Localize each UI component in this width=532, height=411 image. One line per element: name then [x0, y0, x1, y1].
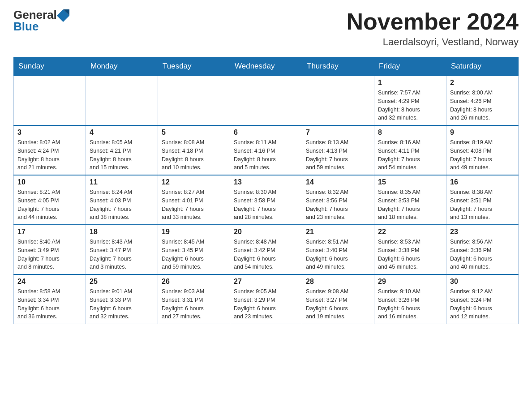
- day-cell: 2Sunrise: 8:00 AM Sunset: 4:26 PM Daylig…: [446, 76, 519, 125]
- day-cell: 13Sunrise: 8:30 AM Sunset: 3:58 PM Dayli…: [230, 175, 302, 225]
- day-cell: 15Sunrise: 8:35 AM Sunset: 3:53 PM Dayli…: [374, 175, 446, 225]
- calendar-table: SundayMondayTuesdayWednesdayThursdayFrid…: [13, 57, 519, 324]
- day-cell: 12Sunrise: 8:27 AM Sunset: 4:01 PM Dayli…: [158, 175, 230, 225]
- day-info: Sunrise: 8:16 AM Sunset: 4:11 PM Dayligh…: [378, 138, 442, 172]
- header-day-thursday: Thursday: [302, 57, 374, 76]
- day-cell: [302, 76, 374, 125]
- day-cell: 17Sunrise: 8:40 AM Sunset: 3:49 PM Dayli…: [14, 225, 86, 274]
- day-cell: 27Sunrise: 9:05 AM Sunset: 3:29 PM Dayli…: [230, 274, 302, 324]
- day-cell: 24Sunrise: 8:58 AM Sunset: 3:34 PM Dayli…: [14, 274, 86, 324]
- day-cell: [230, 76, 302, 125]
- day-info: Sunrise: 8:43 AM Sunset: 3:47 PM Dayligh…: [90, 238, 154, 271]
- day-number: 14: [306, 178, 370, 186]
- day-number: 1: [378, 79, 442, 87]
- day-cell: 10Sunrise: 8:21 AM Sunset: 4:05 PM Dayli…: [14, 175, 86, 225]
- day-cell: 18Sunrise: 8:43 AM Sunset: 3:47 PM Dayli…: [86, 225, 158, 274]
- day-number: 8: [378, 128, 442, 137]
- week-row-2: 3Sunrise: 8:02 AM Sunset: 4:24 PM Daylig…: [14, 125, 519, 175]
- day-info: Sunrise: 9:05 AM Sunset: 3:29 PM Dayligh…: [234, 287, 298, 321]
- day-cell: 29Sunrise: 9:10 AM Sunset: 3:26 PM Dayli…: [374, 274, 446, 324]
- day-number: 24: [17, 278, 82, 286]
- day-cell: 28Sunrise: 9:08 AM Sunset: 3:27 PM Dayli…: [302, 274, 374, 324]
- day-info: Sunrise: 9:10 AM Sunset: 3:26 PM Dayligh…: [378, 287, 442, 321]
- day-number: 25: [90, 278, 154, 286]
- day-number: 18: [90, 228, 154, 236]
- day-number: 30: [450, 278, 515, 286]
- header-day-sunday: Sunday: [14, 57, 86, 76]
- day-number: 11: [90, 178, 154, 186]
- day-info: Sunrise: 8:27 AM Sunset: 4:01 PM Dayligh…: [162, 188, 226, 222]
- day-number: 20: [234, 228, 298, 236]
- day-info: Sunrise: 9:08 AM Sunset: 3:27 PM Dayligh…: [306, 287, 370, 321]
- day-info: Sunrise: 8:51 AM Sunset: 3:40 PM Dayligh…: [306, 238, 370, 271]
- day-info: Sunrise: 8:21 AM Sunset: 4:05 PM Dayligh…: [17, 188, 82, 222]
- day-cell: 1Sunrise: 7:57 AM Sunset: 4:29 PM Daylig…: [374, 76, 446, 125]
- day-number: 5: [162, 128, 226, 137]
- logo-icon: [57, 9, 69, 22]
- day-number: 28: [306, 278, 370, 286]
- day-info: Sunrise: 8:02 AM Sunset: 4:24 PM Dayligh…: [17, 138, 82, 172]
- page-header: General Blue November 2024 Laerdalsoyri,…: [13, 9, 519, 48]
- day-number: 16: [450, 178, 515, 186]
- day-cell: 8Sunrise: 8:16 AM Sunset: 4:11 PM Daylig…: [374, 125, 446, 175]
- day-cell: 14Sunrise: 8:32 AM Sunset: 3:56 PM Dayli…: [302, 175, 374, 225]
- day-number: 3: [17, 128, 82, 137]
- day-number: 29: [378, 278, 442, 286]
- day-info: Sunrise: 8:19 AM Sunset: 4:08 PM Dayligh…: [450, 138, 515, 172]
- day-number: 7: [306, 128, 370, 137]
- day-info: Sunrise: 9:01 AM Sunset: 3:33 PM Dayligh…: [90, 287, 154, 321]
- day-number: 15: [378, 178, 442, 186]
- day-number: 13: [234, 178, 298, 186]
- day-info: Sunrise: 8:53 AM Sunset: 3:38 PM Dayligh…: [378, 238, 442, 271]
- day-cell: 9Sunrise: 8:19 AM Sunset: 4:08 PM Daylig…: [446, 125, 519, 175]
- header-day-friday: Friday: [374, 57, 446, 76]
- logo-blue-text: Blue: [13, 21, 39, 32]
- day-cell: 19Sunrise: 8:45 AM Sunset: 3:45 PM Dayli…: [158, 225, 230, 274]
- day-number: 23: [450, 228, 515, 236]
- location-title: Laerdalsoyri, Vestland, Norway: [347, 36, 519, 48]
- day-cell: 5Sunrise: 8:08 AM Sunset: 4:18 PM Daylig…: [158, 125, 230, 175]
- day-cell: 7Sunrise: 8:13 AM Sunset: 4:13 PM Daylig…: [302, 125, 374, 175]
- day-number: 21: [306, 228, 370, 236]
- header-day-wednesday: Wednesday: [230, 57, 302, 76]
- day-number: 26: [162, 278, 226, 286]
- day-cell: 11Sunrise: 8:24 AM Sunset: 4:03 PM Dayli…: [86, 175, 158, 225]
- day-cell: 4Sunrise: 8:05 AM Sunset: 4:21 PM Daylig…: [86, 125, 158, 175]
- day-info: Sunrise: 8:35 AM Sunset: 3:53 PM Dayligh…: [378, 188, 442, 222]
- day-info: Sunrise: 8:48 AM Sunset: 3:42 PM Dayligh…: [234, 238, 298, 271]
- day-info: Sunrise: 8:13 AM Sunset: 4:13 PM Dayligh…: [306, 138, 370, 172]
- month-title: November 2024: [347, 9, 519, 34]
- day-number: 2: [450, 79, 515, 87]
- header-row: SundayMondayTuesdayWednesdayThursdayFrid…: [14, 57, 519, 76]
- week-row-4: 17Sunrise: 8:40 AM Sunset: 3:49 PM Dayli…: [14, 225, 519, 274]
- title-section: November 2024 Laerdalsoyri, Vestland, No…: [347, 9, 519, 48]
- logo-general-text: General: [13, 9, 57, 21]
- day-cell: [86, 76, 158, 125]
- day-number: 9: [450, 128, 515, 137]
- day-info: Sunrise: 8:58 AM Sunset: 3:34 PM Dayligh…: [17, 287, 82, 321]
- day-cell: 6Sunrise: 8:11 AM Sunset: 4:16 PM Daylig…: [230, 125, 302, 175]
- day-cell: 3Sunrise: 8:02 AM Sunset: 4:24 PM Daylig…: [14, 125, 86, 175]
- day-cell: 26Sunrise: 9:03 AM Sunset: 3:31 PM Dayli…: [158, 274, 230, 324]
- day-info: Sunrise: 9:12 AM Sunset: 3:24 PM Dayligh…: [450, 287, 515, 321]
- day-number: 27: [234, 278, 298, 286]
- header-day-tuesday: Tuesday: [158, 57, 230, 76]
- day-cell: 25Sunrise: 9:01 AM Sunset: 3:33 PM Dayli…: [86, 274, 158, 324]
- day-cell: [14, 76, 86, 125]
- day-number: 19: [162, 228, 226, 236]
- day-cell: 30Sunrise: 9:12 AM Sunset: 3:24 PM Dayli…: [446, 274, 519, 324]
- week-row-1: 1Sunrise: 7:57 AM Sunset: 4:29 PM Daylig…: [14, 76, 519, 125]
- header-day-monday: Monday: [86, 57, 158, 76]
- day-cell: 23Sunrise: 8:56 AM Sunset: 3:36 PM Dayli…: [446, 225, 519, 274]
- day-info: Sunrise: 8:30 AM Sunset: 3:58 PM Dayligh…: [234, 188, 298, 222]
- day-cell: 20Sunrise: 8:48 AM Sunset: 3:42 PM Dayli…: [230, 225, 302, 274]
- day-info: Sunrise: 8:00 AM Sunset: 4:26 PM Dayligh…: [450, 89, 515, 122]
- day-cell: 22Sunrise: 8:53 AM Sunset: 3:38 PM Dayli…: [374, 225, 446, 274]
- day-info: Sunrise: 8:45 AM Sunset: 3:45 PM Dayligh…: [162, 238, 226, 271]
- day-number: 6: [234, 128, 298, 137]
- logo: General Blue: [13, 9, 69, 32]
- day-info: Sunrise: 7:57 AM Sunset: 4:29 PM Dayligh…: [378, 89, 442, 122]
- day-info: Sunrise: 8:08 AM Sunset: 4:18 PM Dayligh…: [162, 138, 226, 172]
- day-info: Sunrise: 8:56 AM Sunset: 3:36 PM Dayligh…: [450, 238, 515, 271]
- day-cell: [158, 76, 230, 125]
